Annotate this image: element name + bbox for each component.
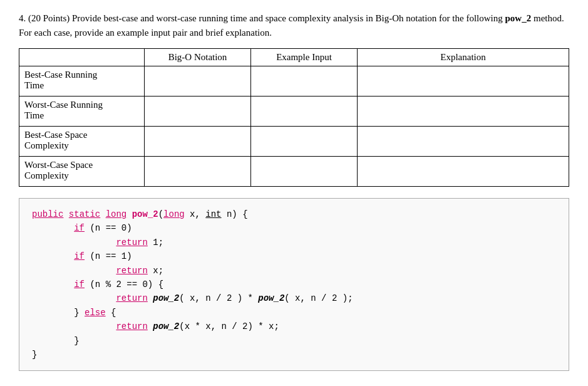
code-line-7: } else { bbox=[32, 306, 556, 320]
method-name-text: pow_2 bbox=[505, 13, 532, 23]
question-text: 4. (20 Points) Provide best-case and wor… bbox=[19, 11, 569, 39]
question-number: 4. bbox=[19, 13, 26, 23]
table-header-explanation: Explanation bbox=[358, 49, 569, 66]
code-line-8: return pow_2(x * x, n / 2) * x; bbox=[32, 320, 556, 333]
cell-big-o-0 bbox=[145, 66, 251, 96]
code-line-6: return pow_2( x, n / 2 ) * pow_2( x, n /… bbox=[32, 291, 556, 305]
question-text-part1: Provide best-case and worst-case running… bbox=[72, 13, 503, 23]
table-row: Worst-Case SpaceComplexity bbox=[19, 157, 569, 187]
code-line-0: public static long pow_2(long x, int n) … bbox=[32, 207, 556, 221]
row-label-2: Best-Case SpaceComplexity bbox=[19, 127, 145, 157]
cell-big-o-2 bbox=[145, 127, 251, 157]
table-row: Best-Case SpaceComplexity bbox=[19, 127, 569, 157]
cell-example-0 bbox=[251, 66, 358, 96]
cell-example-2 bbox=[251, 127, 358, 157]
cell-example-1 bbox=[251, 96, 358, 127]
code-line-5: if (n % 2 == 0) { bbox=[32, 278, 556, 291]
cell-explanation-1 bbox=[358, 96, 569, 127]
table-header-big-o: Big-O Notation bbox=[145, 49, 251, 66]
table-row: Best-Case RunningTime bbox=[19, 66, 569, 96]
table-header-empty bbox=[19, 49, 145, 66]
complexity-table: Big-O Notation Example Input Explanation… bbox=[19, 48, 569, 187]
cell-explanation-3 bbox=[358, 157, 569, 187]
code-line-10: } bbox=[32, 348, 556, 362]
code-line-3: if (n == 1) bbox=[32, 249, 556, 263]
row-label-0: Best-Case RunningTime bbox=[19, 66, 145, 96]
code-block: public static long pow_2(long x, int n) … bbox=[19, 198, 569, 371]
cell-big-o-3 bbox=[145, 157, 251, 187]
code-line-4: return x; bbox=[32, 264, 556, 278]
cell-explanation-0 bbox=[358, 66, 569, 96]
cell-big-o-1 bbox=[145, 96, 251, 127]
code-line-2: return 1; bbox=[32, 236, 556, 249]
code-line-1: if (n == 0) bbox=[32, 221, 556, 235]
table-row: Worst-Case RunningTime bbox=[19, 96, 569, 127]
cell-example-3 bbox=[251, 157, 358, 187]
row-label-1: Worst-Case RunningTime bbox=[19, 96, 145, 127]
cell-explanation-2 bbox=[358, 127, 569, 157]
row-label-3: Worst-Case SpaceComplexity bbox=[19, 157, 145, 187]
table-header-example: Example Input bbox=[251, 49, 358, 66]
question-points: (20 Points) bbox=[28, 13, 70, 23]
code-line-9: } bbox=[32, 334, 556, 348]
